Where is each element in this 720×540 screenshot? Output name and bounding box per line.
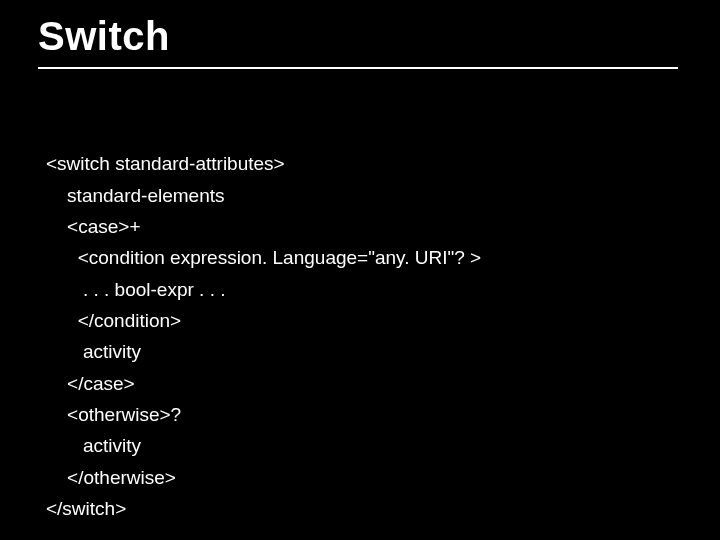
code-line: <condition expression. Language="any. UR…: [46, 247, 481, 268]
code-line: <otherwise>?: [46, 404, 181, 425]
slide: Switch <switch standard-attributes> stan…: [0, 0, 720, 540]
code-line: <case>+: [46, 216, 141, 237]
title-underline: [38, 67, 678, 69]
code-line: <switch standard-attributes>: [46, 153, 285, 174]
page-title: Switch: [38, 14, 682, 61]
code-line: </case>: [46, 373, 135, 394]
code-block: <switch standard-attributes> standard-el…: [38, 117, 682, 524]
code-line: </condition>: [46, 310, 181, 331]
code-line: </otherwise>: [46, 467, 176, 488]
code-line: standard-elements: [46, 185, 224, 206]
code-line: activity: [46, 435, 141, 456]
code-line: . . . bool-expr . . .: [46, 279, 226, 300]
code-line: activity: [46, 341, 141, 362]
code-line: </switch>: [46, 498, 126, 519]
